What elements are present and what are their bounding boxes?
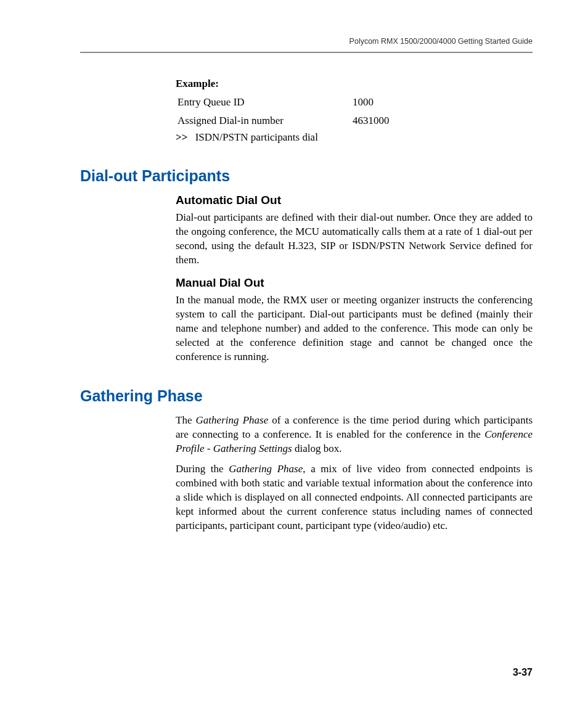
text-run: The	[176, 414, 196, 426]
paragraph: In the manual mode, the RMX user or meet…	[176, 293, 533, 364]
table-row: Entry Queue ID 1000	[177, 94, 390, 111]
heading-dial-out-participants: Dial-out Participants	[80, 167, 533, 185]
example-row-value: 1000	[352, 94, 390, 111]
arrow-icon: >>	[176, 131, 187, 143]
example-label: Example:	[176, 78, 533, 90]
dial-text: ISDN/PSTN participants dial	[195, 131, 318, 143]
dial-line: >> ISDN/PSTN participants dial	[176, 131, 533, 144]
page-number: 3-37	[513, 667, 533, 678]
header-rule	[80, 52, 533, 53]
heading-gathering-phase: Gathering Phase	[80, 387, 533, 405]
example-row-label: Assigned Dial-in number	[177, 112, 351, 129]
italic-term: Gathering Phase	[196, 414, 269, 426]
example-row-label: Entry Queue ID	[177, 94, 351, 111]
heading-manual-dial-out: Manual Dial Out	[176, 276, 533, 290]
example-table: Entry Queue ID 1000 Assigned Dial-in num…	[176, 92, 391, 130]
running-header: Polycom RMX 1500/2000/4000 Getting Start…	[80, 37, 533, 46]
paragraph: The Gathering Phase of a conference is t…	[176, 414, 533, 456]
example-row-value: 4631000	[352, 112, 390, 129]
heading-automatic-dial-out: Automatic Dial Out	[176, 194, 533, 207]
paragraph: Dial-out participants are defined with t…	[176, 211, 533, 268]
paragraph: During the Gathering Phase, a mix of liv…	[176, 462, 533, 533]
table-row: Assigned Dial-in number 4631000	[177, 112, 390, 129]
italic-term: Gathering Phase	[229, 463, 303, 475]
text-run: During the	[176, 463, 229, 475]
text-run: dialog box.	[292, 443, 342, 454]
